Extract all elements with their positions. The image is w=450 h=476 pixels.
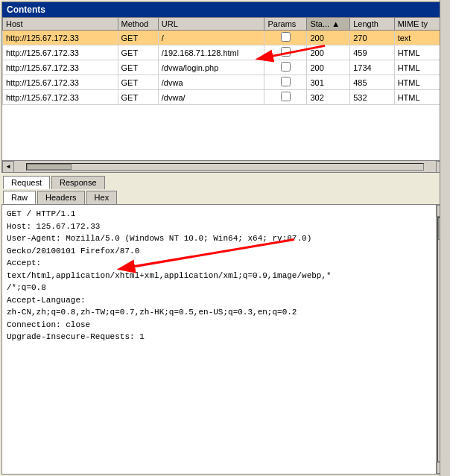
request-line: Gecko/20100101 Firefox/87.0 (7, 245, 433, 258)
table-container[interactable]: Host Method URL Params Sta... ▲ Length M… (2, 17, 448, 160)
tab-hex[interactable]: Hex (86, 191, 118, 204)
request-line: Upgrade-Insecure-Requests: 1 (7, 331, 433, 343)
http-table: Host Method URL Params Sta... ▲ Length M… (2, 17, 448, 105)
params-checkbox[interactable] (281, 77, 291, 86)
table-row[interactable]: http://125.67.172.33GET/200270text (3, 31, 448, 45)
request-content: GET / HTTP/1.1Host: 125.67.172.33User-Ag… (2, 205, 448, 474)
main-container: Contents Host Method URL Params Sta... ▲… (0, 0, 450, 476)
horizontal-scrollbar[interactable]: ◄ ► (2, 160, 448, 172)
scrollbar-track-h[interactable] (26, 163, 424, 171)
request-panel: GET / HTTP/1.1Host: 125.67.172.33User-Ag… (1, 204, 449, 475)
request-line: User-Agent: Mozilla/5.0 (Windows NT 10.0… (7, 232, 433, 245)
col-url[interactable]: URL (158, 18, 264, 31)
tab-row-raw-headers-hex: Raw Headers Hex (3, 191, 447, 204)
tabs-section: Request Response Raw Headers Hex (0, 173, 450, 204)
request-line: Connection: close (7, 319, 433, 331)
params-checkbox[interactable] (281, 62, 291, 72)
request-line: Accept-Language: (7, 294, 433, 307)
scroll-left-btn[interactable]: ◄ (2, 161, 14, 173)
contents-header: Contents (2, 2, 448, 17)
request-line: Host: 125.67.172.33 (7, 220, 433, 233)
params-checkbox[interactable] (281, 92, 291, 101)
request-line: Accept: (7, 257, 433, 270)
table-row[interactable]: http://125.67.172.33GET/dvwa301485HTML (3, 75, 448, 90)
request-line: /*;q=0.8 (7, 282, 433, 294)
contents-panel: Contents Host Method URL Params Sta... ▲… (1, 1, 449, 173)
contents-title: Contents (7, 4, 45, 15)
params-checkbox[interactable] (281, 47, 291, 57)
table-row[interactable]: http://125.67.172.33GET/dvwa/302532HTML (3, 90, 448, 105)
tab-raw[interactable]: Raw (3, 191, 36, 204)
col-length[interactable]: Length (350, 18, 394, 31)
tab-headers[interactable]: Headers (37, 191, 85, 204)
right-sidebar (440, 0, 450, 476)
tab-request[interactable]: Request (3, 176, 50, 189)
request-line: text/html,application/xhtml+xml,applicat… (7, 270, 433, 282)
tab-response[interactable]: Response (51, 176, 105, 189)
col-status[interactable]: Sta... ▲ (307, 18, 350, 31)
tab-row-request-response: Request Response (3, 176, 447, 189)
col-method[interactable]: Method (118, 18, 158, 31)
request-line: GET / HTTP/1.1 (7, 208, 433, 220)
col-host[interactable]: Host (3, 18, 118, 31)
scrollbar-thumb-h[interactable] (27, 164, 72, 170)
request-line: zh-CN,zh;q=0.8,zh-TW;q=0.7,zh-HK;q=0.5,e… (7, 306, 433, 319)
col-params[interactable]: Params (264, 18, 307, 31)
table-row[interactable]: http://125.67.172.33GET/192.168.71.128.h… (3, 45, 448, 60)
table-row[interactable]: http://125.67.172.33GET/dvwa/login.php20… (3, 60, 448, 75)
params-checkbox[interactable] (281, 32, 291, 42)
